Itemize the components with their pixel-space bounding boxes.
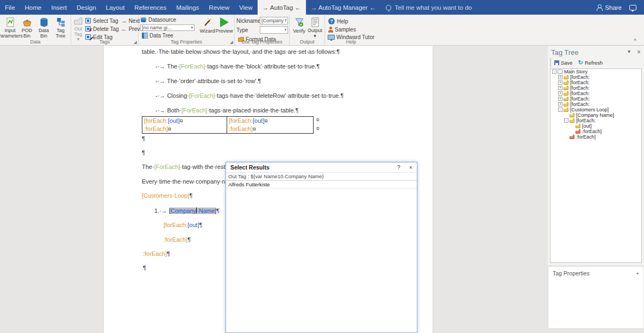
tags-dialog-launcher-icon[interactable]: ◢ — [134, 40, 137, 45]
text-run: -·→ The· — [155, 63, 179, 70]
tree-item-foreach[interactable]: +[forEach: — [551, 85, 641, 91]
tab-insert[interactable]: Insert — [46, 0, 72, 15]
tag-tree-box[interactable]: -Main Story+[forEach:+[forEach:+[forEach… — [550, 68, 642, 263]
collapse-ribbon-icon[interactable]: ^ — [634, 38, 636, 44]
expand-icon[interactable]: + — [558, 91, 562, 96]
tab-view[interactable]: View — [234, 0, 258, 15]
tree-item-label: :forEach] — [582, 129, 602, 134]
tree-item-foreach[interactable]: +[forEach: — [551, 80, 641, 85]
save-button[interactable]: Save — [554, 60, 573, 66]
nickname-field[interactable] — [260, 17, 288, 24]
preview-button[interactable]: Preview — [216, 16, 233, 39]
expand-icon[interactable]: + — [558, 97, 562, 101]
expand-icon[interactable]: + — [558, 86, 562, 90]
row-end-mark: ¤ — [316, 125, 323, 134]
doc-bullet-2: -·→ The·'order'·attribute·is·set·to·'row… — [155, 77, 261, 85]
tellme-box[interactable]: Tell me what you want to do — [380, 0, 477, 15]
tag-icon — [564, 108, 568, 112]
pin-icon[interactable]: + — [636, 271, 639, 277]
collapse-icon[interactable]: - — [558, 108, 562, 112]
tab-autotag-manager[interactable]: → AutoTag Manager ← — [306, 0, 381, 15]
tab-autotag[interactable]: → AutoTag ← — [258, 0, 306, 15]
tab-design[interactable]: Design — [72, 0, 101, 15]
tree-item-foreach[interactable]: +[forEach: — [551, 74, 641, 80]
tag-tree-icon — [55, 17, 66, 27]
group-label-help: Help — [325, 39, 377, 45]
tree-item-mainstory[interactable]: -Main Story — [551, 69, 641, 74]
text-run: The· — [142, 164, 154, 170]
text-run: [ForEach] — [154, 164, 180, 170]
text-run: :forEach] — [143, 250, 167, 257]
out-tag-button[interactable]: Out Tag ▾ — [73, 16, 84, 39]
input-parameters-button[interactable]: Input Parameters — [2, 16, 18, 39]
table-cell[interactable]: :forEach]¤ — [227, 125, 313, 133]
tab-mailings[interactable]: Mailings — [171, 0, 204, 15]
tree-item-foreach[interactable]: :forEach] — [551, 134, 641, 140]
delete-tag-button[interactable]: ✗ Delete Tag — [84, 25, 120, 33]
data-bin-button[interactable]: Data Bin — [35, 16, 52, 39]
wizard-button[interactable]: Wizard — [199, 16, 216, 39]
text-run: :forEach] — [164, 236, 187, 243]
nickname-label: Nickname — [236, 18, 258, 24]
tag-properties-dialog-launcher-icon[interactable]: ◢ — [230, 40, 233, 45]
button-label: Wizard — [199, 29, 215, 34]
datasource-dropdown[interactable]: [no name gi... ▾ — [140, 24, 195, 31]
share-button[interactable]: Share — [596, 4, 622, 11]
dialog-result-row[interactable]: Alfreds Futterkiste — [226, 181, 417, 189]
dialog-close-icon[interactable]: × — [409, 164, 412, 171]
select-tag-button[interactable]: Select Tag — [84, 17, 120, 24]
tree-item-foreach[interactable]: +[forEach: — [551, 102, 641, 107]
output-button[interactable]: Output ▾ — [307, 16, 323, 39]
doc-bullet-4: -·→ Both·[ForEach]·tags·are·placed·insid… — [155, 106, 298, 114]
tree-item-label: [forEach: — [570, 80, 590, 85]
expand-icon[interactable]: + — [558, 80, 562, 85]
panel-menu-chevron-icon[interactable]: ▾ — [628, 48, 630, 56]
table-cell[interactable]: :forEach]¤ — [142, 125, 227, 133]
tag-icon — [564, 75, 568, 79]
panel-close-icon[interactable]: × — [637, 48, 641, 56]
text-run: [ForEach] — [179, 63, 205, 70]
samples-button[interactable]: Samples — [327, 26, 376, 33]
closing-tag-icon — [576, 129, 580, 134]
document-table[interactable]: [forEach:[out]¤[forEach:[out]¤¤:forEach]… — [142, 116, 314, 134]
closing-tag-icon — [570, 135, 574, 139]
expand-icon[interactable]: + — [558, 75, 562, 79]
tree-item-foreach[interactable]: -[forEach: — [551, 118, 641, 123]
text-run: ¤ — [253, 125, 256, 132]
expand-icon[interactable]: + — [558, 102, 562, 106]
tree-item-foreach[interactable]: :forEach] — [551, 129, 641, 134]
dialog-title-bar[interactable]: Select Results ? × — [226, 162, 417, 173]
tag-tree-button[interactable]: Tag Tree — [52, 16, 69, 39]
tab-references[interactable]: References — [129, 0, 171, 15]
pod-bin-button[interactable]: POD Bin — [18, 16, 35, 39]
doc-line-everytime: Every·time·the·new·company·nam — [142, 178, 234, 185]
table-cell[interactable]: [forEach:[out]¤ — [227, 117, 313, 125]
tab-file[interactable]: File — [0, 0, 20, 15]
tree-item-label: Main Story — [564, 69, 587, 74]
verify-button[interactable]: Verify — [291, 16, 307, 39]
type-dropdown[interactable]: ▾ — [260, 26, 288, 34]
tree-item-companyname[interactable]: [Company Name] — [551, 112, 641, 118]
text-run: [forEach: — [164, 222, 187, 228]
data-tree-button[interactable]: Data Tree — [140, 32, 199, 39]
dialog-help-icon[interactable]: ? — [397, 164, 400, 171]
help-button[interactable]: ? Help — [327, 17, 376, 26]
group-label-output: Output — [290, 39, 324, 45]
tree-item-foreach[interactable]: +[forEach: — [551, 91, 641, 96]
tab-layout[interactable]: Layout — [101, 0, 130, 15]
tree-item-customersloop[interactable]: -[Customers Loop] — [551, 107, 641, 112]
tab-review[interactable]: Review — [204, 0, 234, 15]
refresh-button[interactable]: ↻ Refresh — [578, 60, 603, 66]
comments-icon[interactable] — [629, 5, 636, 10]
table-cell[interactable]: [forEach:[out]¤ — [142, 117, 227, 125]
help-buttons: ? Help Samples Windward Tutor — [327, 16, 376, 39]
tree-item-out[interactable]: [out] — [551, 123, 641, 129]
tellme-label: Tell me what you want to do — [395, 4, 472, 11]
collapse-icon[interactable]: - — [552, 70, 557, 74]
button-label: Data Bin — [35, 28, 52, 39]
collapse-icon[interactable]: - — [564, 118, 568, 123]
tree-item-foreach[interactable]: +[forEach: — [551, 96, 641, 102]
text-run: [out] — [187, 222, 199, 228]
text-run: [forEach: — [229, 117, 253, 124]
tab-home[interactable]: Home — [20, 0, 47, 15]
